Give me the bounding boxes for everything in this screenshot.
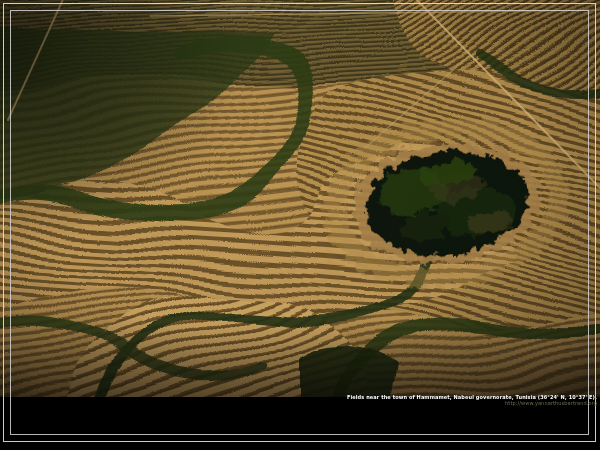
wallpaper-stage: Fields near the town of Hammamet, Nabeul… bbox=[0, 0, 600, 450]
caption-url: http://www.yannarthusbertrand.org bbox=[300, 400, 597, 406]
lighting-layer bbox=[0, 0, 600, 397]
caption: Fields near the town of Hammamet, Nabeul… bbox=[3, 394, 597, 418]
aerial-photo-scene bbox=[0, 0, 600, 397]
aerial-photo bbox=[0, 0, 600, 397]
